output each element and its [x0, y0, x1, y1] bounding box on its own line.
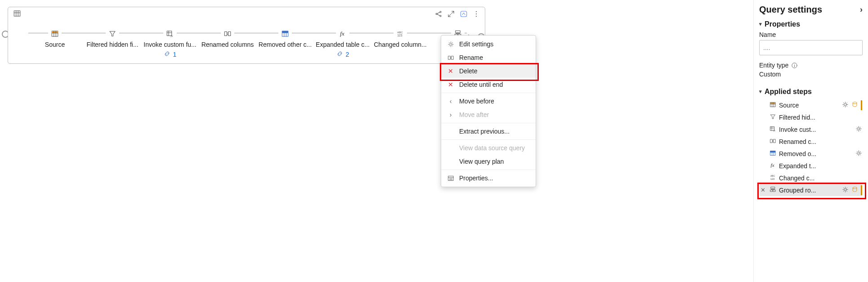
table-icon	[12, 9, 22, 18]
diagram-step[interactable]: Renamed columns	[199, 29, 256, 48]
chevron-left-icon: ‹	[447, 98, 455, 105]
table-orange-icon	[48, 29, 62, 39]
applied-step[interactable]: Filtered hid...	[760, 111, 862, 123]
menu-item-label: Extract previous...	[459, 128, 510, 135]
rename-col-icon	[221, 29, 234, 39]
diagram-step[interactable]: Expanded table c...2	[314, 29, 371, 58]
svg-rect-11	[461, 11, 467, 17]
menu-item-label: Rename	[459, 54, 483, 61]
diagram-step[interactable]: Changed column...	[371, 29, 429, 48]
step-icon	[770, 150, 776, 158]
step-name: Renamed c...	[779, 138, 859, 145]
step-label: Renamed columns	[201, 41, 254, 48]
menu-item-move-after: ›Move after	[441, 108, 536, 121]
source-bar	[861, 185, 862, 195]
share-icon[interactable]	[434, 10, 443, 19]
menu-item-label: View data source query	[459, 144, 525, 152]
data-source-icon	[851, 186, 858, 194]
step-sublink[interactable]: 2	[336, 50, 349, 58]
chevron-right-icon: ›	[447, 111, 455, 118]
menu-item-label: Properties...	[459, 175, 493, 182]
x-icon: ✕	[447, 67, 455, 75]
name-input[interactable]	[759, 40, 863, 55]
diagram-step[interactable]: Source	[26, 29, 84, 48]
abc123-icon	[394, 29, 407, 39]
gear-icon	[447, 41, 455, 48]
gear-icon[interactable]	[855, 125, 862, 134]
svg-point-4	[436, 13, 437, 15]
properties-section-header[interactable]: Properties	[759, 20, 863, 28]
applied-step[interactable]: Expanded t...	[760, 160, 862, 172]
step-name: Filtered hid...	[779, 114, 859, 121]
collapse-icon[interactable]	[447, 10, 455, 19]
menu-item-move-before[interactable]: ‹Move before	[441, 94, 536, 108]
menu-item-label: Delete until end	[459, 81, 503, 88]
menu-item-properties[interactable]: Properties...	[441, 171, 536, 185]
svg-point-14	[476, 16, 477, 17]
step-icon	[770, 113, 776, 121]
step-name: Source	[779, 102, 839, 109]
menu-separator	[441, 123, 536, 123]
entity-type-value: Custom	[759, 71, 863, 78]
step-icon	[770, 101, 776, 109]
svg-point-13	[476, 13, 477, 14]
diagram-step[interactable]: Filtered hidden fi...	[84, 29, 141, 48]
menu-item-edit-settings[interactable]: Edit settings	[441, 37, 536, 51]
gear-icon[interactable]	[842, 101, 849, 109]
menu-item-delete[interactable]: ✕Delete	[441, 64, 536, 78]
menu-item-view-query-plan[interactable]: View query plan	[441, 155, 536, 168]
step-name: Grouped ro...	[779, 187, 839, 194]
step-label: Expanded table c...	[316, 41, 370, 48]
info-icon	[791, 62, 798, 69]
step-icon	[770, 138, 776, 146]
props-icon	[447, 175, 455, 182]
table-fx-icon	[163, 29, 177, 39]
gear-icon[interactable]	[842, 186, 849, 194]
menu-item-extract-previous[interactable]: Extract previous...	[441, 125, 536, 138]
applied-step[interactable]: Invoke cust...	[760, 123, 862, 135]
menu-item-label: View query plan	[459, 158, 504, 165]
applied-step[interactable]: Changed c...	[760, 172, 862, 184]
gear-icon[interactable]	[855, 150, 862, 158]
home-pill-icon[interactable]	[460, 10, 468, 19]
delete-step-icon[interactable]: ✕	[761, 187, 765, 193]
step-sublink[interactable]: 1	[164, 50, 177, 58]
applied-step[interactable]: Source	[760, 99, 862, 111]
svg-rect-0	[14, 11, 20, 16]
table-blue-icon	[278, 29, 292, 39]
chevron-right-icon[interactable]: ›	[860, 5, 863, 14]
applied-step[interactable]: Renamed c...	[760, 135, 862, 148]
svg-line-10	[448, 14, 451, 17]
svg-point-6	[440, 15, 441, 17]
step-label: Filtered hidden fi...	[86, 41, 138, 48]
menu-item-label: Edit settings	[459, 40, 493, 48]
svg-point-17	[794, 64, 795, 64]
query-diagram-panel: Source Filtered hidden fi... Invoke cust…	[8, 7, 485, 64]
menu-separator	[441, 139, 536, 140]
step-label: Invoke custom fu...	[143, 41, 197, 48]
diagram-step[interactable]: Invoke custom fu...1	[141, 29, 199, 58]
menu-item-label: Delete	[459, 67, 477, 75]
step-name: Changed c...	[779, 175, 859, 182]
step-name: Invoke cust...	[779, 126, 853, 133]
applied-step[interactable]: ✕ Grouped ro...	[760, 184, 862, 196]
more-icon[interactable]	[472, 10, 480, 19]
menu-separator	[441, 93, 536, 93]
menu-item-delete-until-end[interactable]: ✕Delete until end	[441, 78, 536, 91]
panel-title: Query settings ›	[759, 4, 863, 15]
step-icon	[770, 125, 776, 134]
menu-item-rename[interactable]: Rename	[441, 51, 536, 64]
step-label: Removed other c...	[259, 41, 312, 48]
source-bar	[861, 100, 862, 110]
rename-col-icon	[447, 54, 455, 61]
query-settings-panel: Query settings › Properties Name Entity …	[753, 0, 868, 282]
step-name: Expanded t...	[779, 162, 859, 170]
funnel-icon	[106, 29, 119, 39]
applied-steps-section-header[interactable]: Applied steps	[759, 88, 863, 96]
diagram-step[interactable]: Removed other c...	[256, 29, 314, 48]
menu-separator	[441, 170, 536, 170]
applied-step[interactable]: Removed o...	[760, 148, 862, 160]
step-context-menu: Edit settingsRename✕Delete✕Delete until …	[441, 35, 536, 187]
svg-line-8	[437, 14, 440, 16]
svg-line-7	[437, 12, 440, 13]
